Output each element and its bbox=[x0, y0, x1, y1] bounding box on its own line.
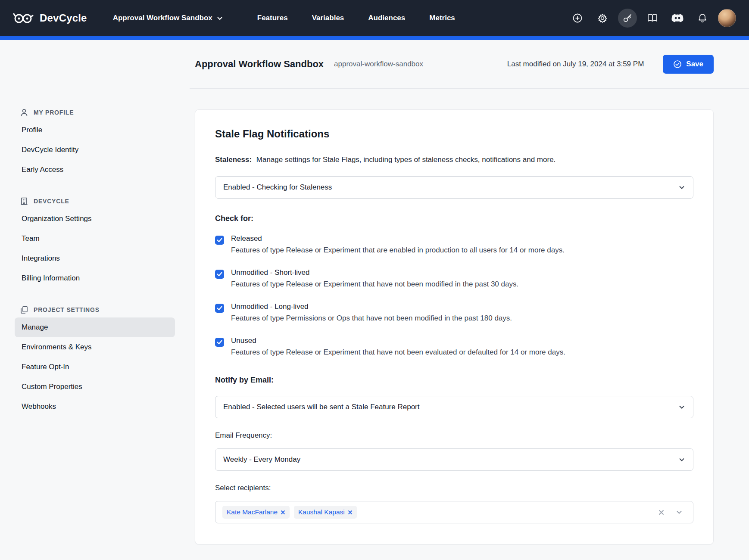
check-for-label: Check for: bbox=[215, 214, 693, 223]
sidebar-item-early-access[interactable]: Early Access bbox=[15, 160, 175, 180]
pages-icon bbox=[20, 305, 28, 314]
devcycle-goggles-icon bbox=[13, 12, 34, 25]
settings-sidebar: MY PROFILE Profile DevCycle Identity Ear… bbox=[0, 40, 190, 560]
navbar-icon-group bbox=[568, 9, 736, 28]
user-avatar[interactable] bbox=[718, 9, 736, 27]
notify-by-email-select[interactable]: Enabled - Selected users will be sent a … bbox=[215, 396, 693, 418]
save-button[interactable]: Save bbox=[663, 55, 714, 74]
check-texts: Unused Features of type Release or Exper… bbox=[231, 336, 565, 357]
building-icon bbox=[20, 197, 28, 205]
frequency-select-value: Weekly - Every Monday bbox=[223, 455, 300, 464]
project-selector-label: Approval Workflow Sandbox bbox=[113, 14, 212, 22]
sidebar-item-profile[interactable]: Profile bbox=[15, 120, 175, 140]
discord-icon[interactable] bbox=[668, 9, 687, 28]
checkbox-released[interactable] bbox=[215, 236, 224, 245]
chevron-down-icon bbox=[678, 185, 685, 190]
check-description: Features of type Permissions or Ops that… bbox=[231, 314, 512, 323]
settings-gear-icon[interactable] bbox=[593, 9, 612, 28]
page-title: Approval Workflow Sandbox bbox=[195, 59, 324, 70]
recipient-name: Kaushal Kapasi bbox=[298, 508, 345, 516]
keys-icon[interactable] bbox=[618, 9, 637, 28]
sidebar-item-feature-opt-in[interactable]: Feature Opt-In bbox=[15, 357, 175, 377]
sidebar-section-devcycle: DEVCYCLE Organization Settings Team Inte… bbox=[15, 194, 175, 288]
sidebar-section-project-settings: PROJECT SETTINGS Manage Environments & K… bbox=[15, 303, 175, 417]
nav-link-features[interactable]: Features bbox=[257, 14, 288, 22]
chevron-down-icon bbox=[678, 404, 685, 410]
sidebar-item-organization-settings[interactable]: Organization Settings bbox=[15, 209, 175, 229]
recipient-tag: Kaushal Kapasi bbox=[294, 506, 357, 519]
check-label: Unused bbox=[231, 336, 565, 345]
check-label: Unmodified - Long-lived bbox=[231, 302, 512, 311]
clear-recipients-icon[interactable] bbox=[655, 509, 668, 516]
recipient-tag: Kate MacFarlane bbox=[222, 506, 290, 519]
staleness-description: Manage settings for Stale Flags, includi… bbox=[256, 156, 556, 164]
sidebar-item-team[interactable]: Team bbox=[15, 229, 175, 249]
check-description: Features of type Release or Experiment t… bbox=[231, 280, 518, 289]
nav-link-audiences[interactable]: Audiences bbox=[368, 14, 405, 22]
sidebar-item-manage[interactable]: Manage bbox=[15, 317, 175, 337]
nav-link-metrics[interactable]: Metrics bbox=[429, 14, 455, 22]
sidebar-section-title: MY PROFILE bbox=[34, 109, 74, 116]
nav-link-variables[interactable]: Variables bbox=[312, 14, 344, 22]
email-frequency-label: Email Frequency: bbox=[215, 431, 693, 440]
sidebar-section-my-profile: MY PROFILE Profile DevCycle Identity Ear… bbox=[15, 106, 175, 180]
check-row-unmodified-long-lived: Unmodified - Long-lived Features of type… bbox=[215, 302, 693, 323]
sidebar-item-devcycle-identity[interactable]: DevCycle Identity bbox=[15, 140, 175, 160]
sidebar-item-billing-information[interactable]: Billing Information bbox=[15, 268, 175, 288]
check-description: Features of type Release or Experiment t… bbox=[231, 246, 565, 255]
select-recipients-label: Select recipients: bbox=[215, 484, 693, 492]
sidebar-item-environments-keys[interactable]: Environments & Keys bbox=[15, 337, 175, 357]
project-slug: approval-workflow-sandbox bbox=[334, 60, 423, 68]
main-content-area: Stale Flag Notifications Staleness: Mana… bbox=[190, 89, 749, 560]
check-texts: Released Features of type Release or Exp… bbox=[231, 234, 565, 255]
devcycle-logo[interactable]: DevCycle bbox=[13, 12, 87, 25]
project-selector-dropdown[interactable]: Approval Workflow Sandbox bbox=[110, 10, 225, 26]
checkbox-unused[interactable] bbox=[215, 338, 224, 347]
check-row-unused: Unused Features of type Release or Exper… bbox=[215, 336, 693, 357]
recipients-multiselect[interactable]: Kate MacFarlane Kaushal Kapasi bbox=[215, 501, 693, 523]
check-row-released: Released Features of type Release or Exp… bbox=[215, 234, 693, 255]
notify-by-email-label: Notify by Email: bbox=[215, 376, 693, 385]
sidebar-item-integrations[interactable]: Integrations bbox=[15, 249, 175, 268]
sidebar-item-webhooks[interactable]: Webhooks bbox=[15, 397, 175, 417]
remove-recipient-icon[interactable] bbox=[281, 510, 285, 515]
check-texts: Unmodified - Long-lived Features of type… bbox=[231, 302, 512, 323]
check-row-unmodified-short-lived: Unmodified - Short-lived Features of typ… bbox=[215, 268, 693, 289]
notifications-bell-icon[interactable] bbox=[693, 9, 712, 28]
stale-flag-notifications-card: Stale Flag Notifications Staleness: Mana… bbox=[195, 109, 714, 544]
chevron-down-icon bbox=[678, 457, 685, 462]
sidebar-section-title: PROJECT SETTINGS bbox=[34, 306, 100, 313]
sidebar-section-header: MY PROFILE bbox=[15, 106, 175, 120]
check-label: Released bbox=[231, 234, 565, 243]
staleness-description-row: Staleness: Manage settings for Stale Fla… bbox=[215, 156, 693, 164]
accent-bar bbox=[0, 36, 749, 40]
check-description: Features of type Release or Experiment t… bbox=[231, 348, 565, 357]
check-texts: Unmodified - Short-lived Features of typ… bbox=[231, 268, 518, 289]
top-navbar: DevCycle Approval Workflow Sandbox Featu… bbox=[0, 0, 749, 36]
chevron-down-icon bbox=[217, 16, 223, 20]
recipients-chevron-down-icon[interactable] bbox=[672, 510, 686, 515]
person-icon bbox=[20, 108, 28, 117]
staleness-label: Staleness: bbox=[215, 156, 252, 164]
docs-book-icon[interactable] bbox=[643, 9, 662, 28]
checkbox-unmodified-short-lived[interactable] bbox=[215, 270, 224, 279]
sidebar-section-title: DEVCYCLE bbox=[34, 198, 69, 205]
sidebar-section-header: PROJECT SETTINGS bbox=[15, 303, 175, 317]
sidebar-section-header: DEVCYCLE bbox=[15, 194, 175, 209]
check-circle-icon bbox=[673, 60, 682, 68]
sidebar-item-custom-properties[interactable]: Custom Properties bbox=[15, 377, 175, 397]
email-frequency-select[interactable]: Weekly - Every Monday bbox=[215, 448, 693, 471]
save-button-label: Save bbox=[686, 60, 703, 68]
page-header: Approval Workflow Sandbox approval-workf… bbox=[190, 40, 749, 89]
recipient-name: Kate MacFarlane bbox=[227, 508, 278, 516]
notify-select-value: Enabled - Selected users will be sent a … bbox=[223, 403, 419, 411]
staleness-select-value: Enabled - Checking for Staleness bbox=[223, 183, 332, 192]
nav-links: Features Variables Audiences Metrics bbox=[257, 14, 455, 22]
brand-name: DevCycle bbox=[40, 12, 87, 24]
checkbox-unmodified-long-lived[interactable] bbox=[215, 304, 224, 313]
last-modified-text: Last modified on July 19, 2024 at 3:59 P… bbox=[507, 60, 644, 68]
create-new-icon[interactable] bbox=[568, 9, 587, 28]
remove-recipient-icon[interactable] bbox=[348, 510, 353, 515]
check-label: Unmodified - Short-lived bbox=[231, 268, 518, 277]
staleness-select[interactable]: Enabled - Checking for Staleness bbox=[215, 176, 693, 199]
